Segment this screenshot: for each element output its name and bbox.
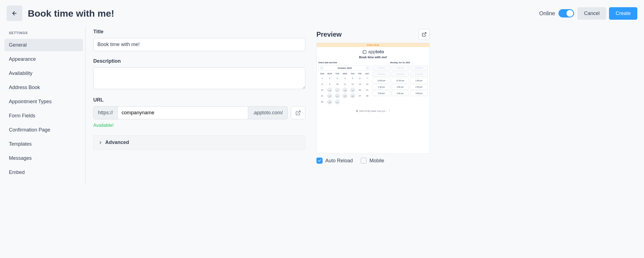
calendar-day[interactable]: 23 (326, 93, 334, 99)
time-slot: 11:00 am (391, 72, 409, 77)
advanced-label: Advanced (105, 140, 129, 145)
calendar-day (364, 99, 371, 105)
calendar-day[interactable]: 12 (349, 81, 356, 87)
calendar-day (341, 99, 349, 105)
calendar-day[interactable]: 7 (364, 75, 371, 81)
content-area: SETTINGS GeneralAppearanceAvailabilityAd… (0, 24, 644, 191)
calendar-day[interactable]: 1 (318, 75, 326, 81)
calendar-day[interactable]: 31 (334, 99, 341, 105)
preview-select-label: Select date and time (318, 62, 371, 64)
sidebar-item-general[interactable]: General (4, 39, 83, 51)
calendar-day[interactable]: 24 (334, 93, 341, 99)
sidebar-item-confirmation-page[interactable]: Confirmation Page (4, 124, 83, 136)
preview-page-title: Book time with me! (317, 55, 429, 62)
calendar-day[interactable]: 5 (349, 75, 356, 81)
calendar-day (349, 99, 356, 105)
url-prefix: https:// (94, 107, 118, 119)
time-slot: 10:00 am (410, 65, 428, 70)
sidebar-item-messages[interactable]: Messages (4, 152, 83, 165)
calendar-day[interactable]: 3 (334, 75, 341, 81)
sidebar-item-address-book[interactable]: Address Book (4, 81, 83, 94)
calendar-day[interactable]: 18 (341, 87, 349, 93)
sidebar-item-appointment-types[interactable]: Appointment Types (4, 95, 83, 108)
auto-reload-checkbox[interactable]: Auto Reload (316, 158, 353, 164)
calendar-day[interactable]: 13 (356, 81, 363, 87)
url-availability-status: Available! (93, 123, 305, 128)
time-slot[interactable]: 4:00 pm (410, 91, 428, 96)
weekday-header: SUN (318, 72, 326, 75)
calendar-day[interactable]: 26 (349, 93, 356, 99)
sidebar-item-availability[interactable]: Availability (4, 67, 83, 80)
calendar-day[interactable]: 16 (326, 87, 334, 93)
checkbox-icon (361, 158, 367, 164)
arrow-left-icon (11, 10, 17, 16)
url-input[interactable] (118, 107, 248, 119)
calendar-day[interactable]: 15 (318, 87, 326, 93)
open-url-button[interactable] (291, 106, 305, 119)
time-slot[interactable]: 2:00 pm (391, 84, 409, 90)
weekday-header: SAT (364, 72, 371, 75)
open-preview-button[interactable] (419, 29, 430, 40)
weekday-header: THU (349, 72, 356, 75)
preview-heading: Preview (316, 31, 342, 38)
calendar-day[interactable]: 2 (326, 75, 334, 81)
time-slot[interactable]: 12:00 pm (373, 78, 390, 83)
app-bar: Book time with me! Online Cancel Create (0, 0, 644, 24)
calendar-day[interactable]: 20 (356, 87, 363, 93)
cancel-button[interactable]: Cancel (577, 7, 606, 20)
sidebar-item-form-fields[interactable]: Form Fields (4, 110, 83, 122)
calendar-day[interactable]: 22 (318, 93, 326, 99)
sidebar-item-appearance[interactable]: Appearance (4, 53, 83, 65)
calendar-month: October 2023 (338, 67, 352, 69)
globe-icon (356, 110, 358, 112)
calendar-day[interactable]: 4 (341, 75, 349, 81)
time-slot[interactable]: 3:00 pm (373, 91, 390, 96)
url-input-group: https:// .apptoto.com/ (93, 106, 288, 119)
status-group: Online (539, 9, 574, 17)
time-slot[interactable]: 1:00 pm (410, 78, 428, 83)
back-button[interactable] (7, 6, 22, 21)
calendar-day[interactable]: 6 (356, 75, 363, 81)
calendar-day[interactable]: 19 (349, 87, 356, 93)
external-link-icon (295, 110, 301, 116)
calendar-day[interactable]: 8 (318, 81, 326, 87)
calendar-grid: SUNMONTUEWEDTHUFRISAT 123456789101112131… (318, 72, 371, 105)
description-input[interactable] (93, 67, 305, 89)
create-button[interactable]: Create (609, 7, 637, 20)
calendar-day[interactable]: 17 (334, 87, 341, 93)
sidebar-item-embed[interactable]: Embed (4, 166, 83, 179)
calendar-day[interactable]: 25 (341, 93, 349, 99)
calendar-day (356, 99, 363, 105)
advanced-section-toggle[interactable]: Advanced (93, 135, 305, 150)
preview-banner: PREVIEW (317, 43, 429, 47)
calendar-day[interactable]: 21 (364, 87, 371, 93)
calendar-day[interactable]: 30 (326, 99, 334, 105)
svg-line-1 (298, 111, 300, 113)
preview-frame: PREVIEW apptoto Book time with me! Selec… (316, 43, 430, 154)
time-slot[interactable]: 3:30 pm (391, 91, 409, 96)
calendar-day[interactable]: 10 (334, 81, 341, 87)
calendar-next-button[interactable] (366, 67, 369, 69)
time-slot[interactable]: 12:30 pm (391, 78, 409, 83)
calendar-day[interactable]: 11 (341, 81, 349, 87)
calendar-day[interactable]: 27 (356, 93, 363, 99)
title-input[interactable] (93, 38, 305, 51)
svg-marker-10 (389, 111, 390, 111)
calendar-day[interactable]: 29 (318, 99, 326, 105)
calendar-day[interactable]: 9 (326, 81, 334, 87)
form-panel: Title Description URL https:// .apptoto.… (85, 27, 313, 185)
time-slot[interactable]: 2:30 pm (410, 84, 428, 90)
calendar-day[interactable]: 14 (364, 81, 371, 87)
time-slot: 9:30 am (391, 65, 409, 70)
weekday-header: TUE (334, 72, 341, 75)
sidebar-item-templates[interactable]: Templates (4, 138, 83, 150)
sidebar-heading: SETTINGS (4, 31, 83, 39)
svg-rect-3 (363, 50, 366, 54)
calendar-day[interactable]: 28 (364, 93, 371, 99)
time-slot[interactable]: 1:30 pm (373, 84, 390, 90)
chevron-right-icon (99, 141, 102, 145)
mobile-checkbox[interactable]: Mobile (361, 158, 384, 164)
calendar-prev-button[interactable] (320, 67, 323, 69)
online-toggle[interactable] (559, 9, 574, 17)
preview-timezone[interactable]: (GMT-07:00) Pacific Time (US … (317, 110, 429, 112)
